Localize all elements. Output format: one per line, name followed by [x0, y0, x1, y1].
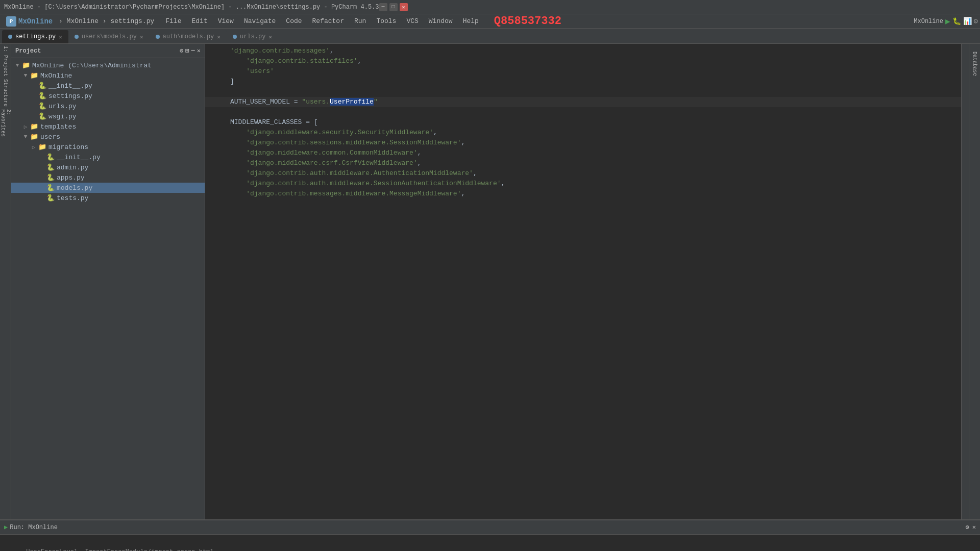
- tree-users[interactable]: ▼ 📁 users: [11, 132, 205, 142]
- tree-item-label: MxOnline (C:\Users\Administrat: [32, 62, 152, 69]
- tree-migrations[interactable]: ▷ 📁 migrations: [11, 142, 205, 152]
- tab-bar: settings.py ✕ users\models.py ✕ auth\mod…: [0, 29, 980, 44]
- tab-close-button[interactable]: ✕: [59, 34, 62, 40]
- tab-label: auth\models.py: [163, 33, 214, 40]
- sidebar-close[interactable]: ✕: [197, 47, 201, 55]
- run-close-btn[interactable]: ✕: [972, 523, 976, 531]
- run-icon: ▶: [4, 523, 8, 531]
- tree-item-label: __init__.py: [48, 82, 92, 90]
- line-number: [205, 66, 228, 77]
- menu-run[interactable]: Run: [349, 15, 371, 27]
- breadcrumb: › MxOnline › settings.py: [55, 17, 154, 25]
- line-number: [205, 168, 228, 179]
- run-label: MxOnline: [914, 18, 943, 25]
- run-title: Run: MxOnline: [10, 524, 58, 531]
- tree-item-label: admin.py: [57, 164, 88, 171]
- line-number: [205, 138, 228, 148]
- tree-item-label: models.py: [57, 184, 92, 192]
- tree-wsgi-py[interactable]: 🐍 wsgi.py: [11, 111, 205, 121]
- sidebar-expand[interactable]: ⊞: [185, 47, 189, 55]
- menu-view[interactable]: View: [213, 15, 239, 27]
- title-bar: MxOnline - [C:\Users\Administrator\Pycha…: [0, 0, 980, 14]
- menu-edit[interactable]: Edit: [186, 15, 212, 27]
- vtab-1[interactable]: 1: Project: [1, 46, 10, 77]
- sidebar-gear[interactable]: ⚙: [180, 47, 183, 55]
- tree-admin-py[interactable]: 🐍 admin.py: [11, 162, 205, 172]
- tree-templates[interactable]: ▷ 📁 templates: [11, 121, 205, 132]
- menu-tools[interactable]: Tools: [371, 15, 401, 27]
- line-number: [205, 158, 228, 168]
- promo-text: Q858537332: [494, 15, 561, 28]
- tab-close-button[interactable]: ✕: [140, 34, 143, 40]
- tree-models-py[interactable]: 🐍 models.py: [11, 183, 205, 193]
- tab-urls-py[interactable]: urls.py ✕: [227, 30, 278, 43]
- tree-arrow: ▷: [21, 123, 30, 130]
- debug-button[interactable]: 🐛: [952, 17, 961, 26]
- settings-button[interactable]: ⚙: [974, 17, 978, 26]
- menu-file[interactable]: File: [160, 15, 186, 27]
- tab-settings-py[interactable]: settings.py ✕: [2, 30, 68, 43]
- menu-code[interactable]: Code: [281, 15, 307, 27]
- tree-item-label: migrations: [48, 143, 88, 151]
- line-content: ]: [228, 77, 234, 87]
- right-vtabs: Database: [969, 44, 980, 519]
- tree-apps-py[interactable]: 🐍 apps.py: [11, 172, 205, 183]
- folder-icon: 📁: [30, 133, 39, 141]
- tab-indicator: [233, 35, 237, 39]
- code-line: 'django.middleware.security.SecurityMidd…: [205, 128, 961, 138]
- tab-users-models-py[interactable]: users\models.py ✕: [68, 30, 150, 43]
- right-gutter: [961, 44, 969, 519]
- menu-vcs[interactable]: VCS: [401, 15, 423, 27]
- tree-item-label: urls.py: [48, 103, 77, 110]
- tree-mxonline[interactable]: ▼ 📁 MxOnline: [11, 70, 205, 81]
- tree-init-py[interactable]: 🐍 __init__.py: [11, 81, 205, 91]
- left-vtabs: 1: Project Structure 2: Favorites: [0, 44, 11, 519]
- run-content: UserErrorLevel ImportErrorModule/import_…: [0, 535, 980, 551]
- tree-root[interactable]: ▼ 📁 MxOnline (C:\Users\Administrat: [11, 60, 205, 70]
- tree-settings-py[interactable]: 🐍 settings.py: [11, 91, 205, 101]
- vtab-database[interactable]: Database: [970, 46, 979, 82]
- menu-window[interactable]: Window: [424, 15, 458, 27]
- sidebar-collapse[interactable]: —: [191, 47, 195, 55]
- run-text: UserErrorLevel ImportErrorModule/import_…: [26, 548, 213, 551]
- code-editor[interactable]: 'django.contrib.messages', 'django.contr…: [205, 44, 961, 519]
- run-settings-btn[interactable]: ⚙: [966, 523, 969, 531]
- tab-auth-models-py[interactable]: auth\models.py ✕: [150, 30, 227, 43]
- menu-refactor[interactable]: Refactor: [307, 15, 349, 27]
- maximize-button[interactable]: □: [389, 3, 398, 11]
- line-content: 'django.middleware.csrf.CsrfViewMiddlewa…: [228, 158, 421, 168]
- line-number: [205, 117, 228, 128]
- window-controls: ─ □ ✕: [379, 3, 408, 11]
- line-content: [228, 107, 230, 117]
- line-content: AUTH_USER_MODEL = "users.UserProfile": [228, 97, 378, 107]
- tab-indicator: [75, 35, 79, 39]
- menu-help[interactable]: Help: [458, 15, 484, 27]
- title-text: MxOnline - [C:\Users\Administrator\Pycha…: [4, 4, 379, 11]
- close-button[interactable]: ✕: [400, 3, 408, 11]
- tree-arrow: ▼: [21, 72, 30, 79]
- minimize-button[interactable]: ─: [379, 3, 387, 11]
- line-content: 'django.contrib.auth.middleware.SessionA…: [228, 179, 505, 189]
- tab-label: settings.py: [15, 33, 56, 40]
- tree-urls-py[interactable]: 🐍 urls.py: [11, 101, 205, 111]
- line-number: [205, 148, 228, 158]
- coverage-button[interactable]: 📊: [963, 17, 972, 26]
- tree-item-label: settings.py: [48, 92, 92, 100]
- tab-indicator: [8, 35, 12, 39]
- py-icon: 🐍: [46, 153, 55, 161]
- line-number: [205, 56, 228, 66]
- tree-arrow: ▼: [21, 134, 30, 140]
- tree-arrow: ▷: [30, 144, 38, 151]
- tree-users-init[interactable]: 🐍 __init__.py: [11, 152, 205, 162]
- editor-area: 'django.contrib.messages', 'django.contr…: [205, 44, 961, 519]
- tab-close-button[interactable]: ✕: [268, 34, 272, 40]
- tab-close-button[interactable]: ✕: [217, 34, 220, 40]
- code-line: 'django.contrib.sessions.middleware.Sess…: [205, 138, 961, 148]
- run-button[interactable]: ▶: [945, 16, 950, 27]
- menu-navigate[interactable]: Navigate: [239, 15, 281, 27]
- tree-tests-py[interactable]: 🐍 tests.py: [11, 193, 205, 203]
- vtab-favorites[interactable]: 2: Favorites: [1, 109, 10, 140]
- line-content: 'django.contrib.messages',: [228, 46, 334, 56]
- vtab-structure[interactable]: Structure: [1, 78, 10, 108]
- folder-icon: 📁: [38, 143, 47, 151]
